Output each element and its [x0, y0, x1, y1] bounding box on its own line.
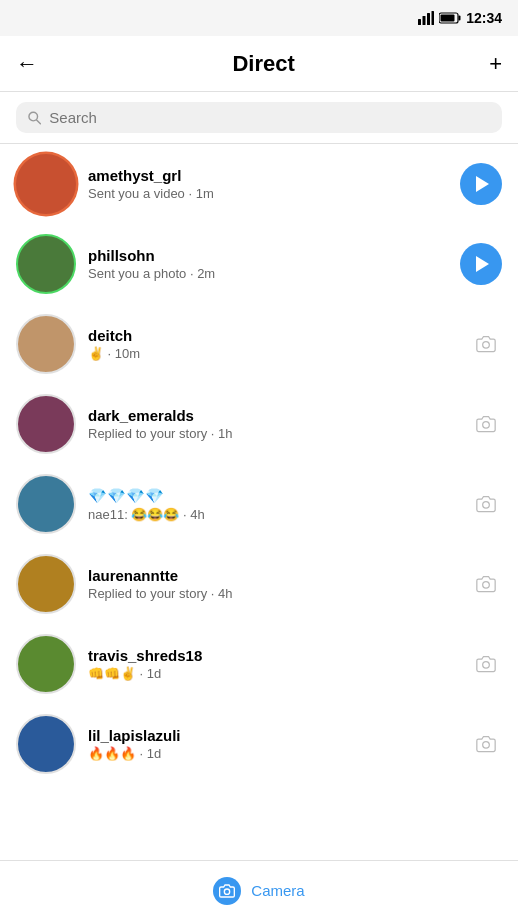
username: phillsohn: [88, 247, 448, 264]
search-bar[interactable]: [16, 102, 502, 133]
username: travis_shreds18: [88, 647, 458, 664]
message-content: amethyst_grl Sent you a video · 1m: [88, 167, 448, 201]
camera-button[interactable]: [470, 328, 502, 360]
camera-label: Camera: [251, 882, 304, 899]
camera-white-icon: [219, 883, 235, 899]
svg-rect-2: [427, 13, 430, 25]
avatar: [16, 234, 76, 294]
camera-button[interactable]: [470, 488, 502, 520]
message-content: laurenanntte Replied to your story · 4h: [88, 567, 458, 601]
username: laurenanntte: [88, 567, 458, 584]
list-item[interactable]: 💎💎💎💎 nae11: 😂😂😂 · 4h: [0, 464, 518, 544]
search-input[interactable]: [49, 109, 490, 126]
message-preview: Replied to your story · 4h: [88, 586, 458, 601]
avatar-wrap: [16, 314, 76, 374]
svg-line-8: [37, 119, 41, 123]
svg-rect-0: [418, 19, 421, 25]
list-item[interactable]: deitch ✌️ · 10m: [0, 304, 518, 384]
username: dark_emeralds: [88, 407, 458, 424]
username: deitch: [88, 327, 458, 344]
message-content: travis_shreds18 👊👊✌️ · 1d: [88, 647, 458, 681]
avatar-wrap: [16, 234, 76, 294]
avatar-wrap: [16, 394, 76, 454]
battery-icon: [439, 12, 461, 24]
camera-icon: [476, 414, 496, 434]
status-time: 12:34: [466, 10, 502, 26]
avatar-wrap: [16, 554, 76, 614]
svg-rect-6: [441, 15, 455, 22]
svg-point-13: [483, 662, 490, 669]
list-item[interactable]: travis_shreds18 👊👊✌️ · 1d: [0, 624, 518, 704]
username: amethyst_grl: [88, 167, 448, 184]
avatar: [16, 714, 76, 774]
svg-point-15: [225, 889, 230, 894]
message-content: 💎💎💎💎 nae11: 😂😂😂 · 4h: [88, 487, 458, 522]
search-icon: [28, 111, 41, 125]
svg-point-11: [483, 502, 490, 509]
message-content: phillsohn Sent you a photo · 2m: [88, 247, 448, 281]
list-item[interactable]: dark_emeralds Replied to your story · 1h: [0, 384, 518, 464]
camera-bottom-icon: [213, 877, 241, 905]
camera-button[interactable]: [470, 648, 502, 680]
status-bar: 12:34: [0, 0, 518, 36]
play-button[interactable]: [460, 163, 502, 205]
list-item[interactable]: phillsohn Sent you a photo · 2m: [0, 224, 518, 304]
page-title: Direct: [232, 51, 294, 77]
avatar: [16, 634, 76, 694]
message-content: lil_lapislazuli 🔥🔥🔥 · 1d: [88, 727, 458, 761]
message-preview: 👊👊✌️ · 1d: [88, 666, 458, 681]
username: lil_lapislazuli: [88, 727, 458, 744]
list-item[interactable]: lil_lapislazuli 🔥🔥🔥 · 1d: [0, 704, 518, 784]
back-button[interactable]: ←: [16, 51, 38, 77]
avatar-wrap: [16, 154, 76, 214]
avatar: [16, 474, 76, 534]
message-preview: nae11: 😂😂😂 · 4h: [88, 507, 458, 522]
camera-button[interactable]: [470, 568, 502, 600]
list-item[interactable]: amethyst_grl Sent you a video · 1m: [0, 144, 518, 224]
message-preview: Sent you a photo · 2m: [88, 266, 448, 281]
avatar: [16, 394, 76, 454]
avatar: [16, 554, 76, 614]
message-content: dark_emeralds Replied to your story · 1h: [88, 407, 458, 441]
svg-point-14: [483, 742, 490, 749]
avatar: [16, 314, 76, 374]
camera-button[interactable]: [470, 728, 502, 760]
bottom-bar[interactable]: Camera: [0, 860, 518, 920]
message-preview: ✌️ · 10m: [88, 346, 458, 361]
svg-rect-1: [423, 16, 426, 25]
avatar-wrap: [16, 634, 76, 694]
list-item[interactable]: laurenanntte Replied to your story · 4h: [0, 544, 518, 624]
camera-icon: [476, 334, 496, 354]
avatar: [16, 154, 76, 214]
svg-point-12: [483, 582, 490, 589]
add-button[interactable]: +: [489, 51, 502, 77]
message-preview: Replied to your story · 1h: [88, 426, 458, 441]
svg-point-9: [483, 342, 490, 349]
svg-rect-3: [432, 11, 435, 25]
svg-rect-5: [459, 16, 461, 21]
camera-icon: [476, 734, 496, 754]
camera-icon: [476, 654, 496, 674]
message-list: amethyst_grl Sent you a video · 1m phill…: [0, 144, 518, 860]
message-preview: 🔥🔥🔥 · 1d: [88, 746, 458, 761]
camera-icon: [476, 494, 496, 514]
signal-icon: [418, 11, 434, 25]
svg-point-10: [483, 422, 490, 429]
play-button[interactable]: [460, 243, 502, 285]
message-content: deitch ✌️ · 10m: [88, 327, 458, 361]
avatar-wrap: [16, 474, 76, 534]
message-preview: Sent you a video · 1m: [88, 186, 448, 201]
camera-button[interactable]: [470, 408, 502, 440]
status-icons: 12:34: [418, 10, 502, 26]
header: ← Direct +: [0, 36, 518, 92]
camera-icon: [476, 574, 496, 594]
search-container: [0, 92, 518, 144]
username: 💎💎💎💎: [88, 487, 458, 505]
avatar-wrap: [16, 714, 76, 774]
